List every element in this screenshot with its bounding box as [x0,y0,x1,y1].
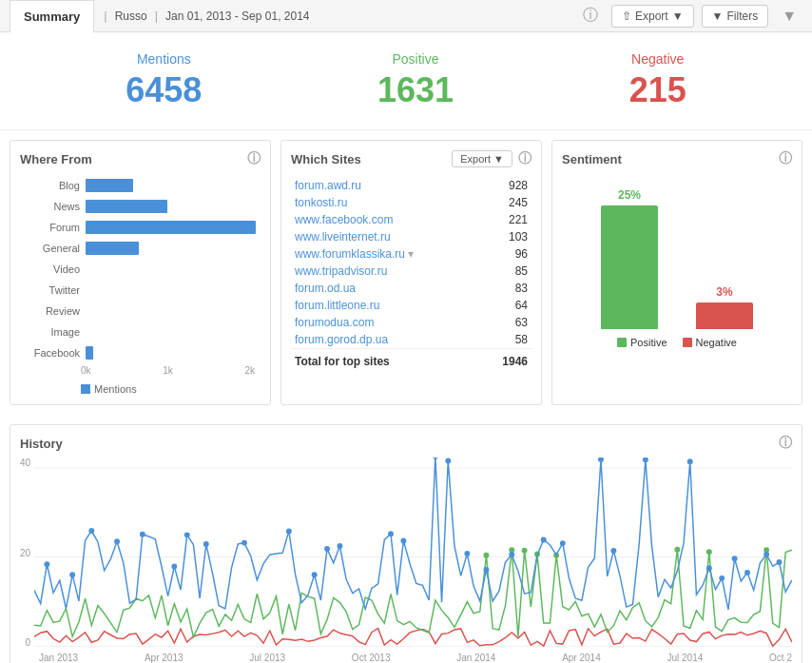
bar-row: Blog [25,177,256,194]
site-count: 96 [482,245,532,263]
svg-point-12 [69,572,75,577]
site-row: www.liveinternet.ru103 [291,228,532,245]
export-icon: ⇧ [622,10,631,23]
history-chart-container [34,458,792,651]
x-axis-label: Oct 2 [769,653,792,663]
positive-label: Positive [377,51,454,67]
site-row: forum.od.ua83 [291,280,532,297]
svg-point-17 [184,532,190,537]
site-link[interactable]: forum.awd.ru [295,179,361,192]
x-axis-label: Jul 2013 [249,653,285,663]
svg-point-23 [338,543,343,549]
x-axis-labels: Jan 2013Apr 2013Jul 2013Oct 2013Jan 2014… [20,653,792,663]
x-axis-label: Jul 2014 [667,653,704,663]
total-value: 1946 [482,349,532,371]
bar-label: Forum [25,222,80,233]
bar-label: Image [25,326,80,338]
history-info-icon[interactable]: ⓘ [779,435,792,452]
bar-row: Forum [25,219,256,236]
bar-row: News [25,198,256,215]
svg-point-13 [88,528,94,534]
history-header: History ⓘ [20,435,792,452]
which-sites-info-icon[interactable]: ⓘ [518,150,532,167]
site-row: tonkosti.ru245 [291,194,532,211]
axis-2k: 2k [244,365,255,376]
which-sites-header: Which Sites Export ▼ ⓘ [291,150,532,167]
summary-tab-label: Summary [24,10,80,24]
site-link[interactable]: www.forumklassika.ru [295,247,405,261]
negative-legend-label: Negative [696,337,737,348]
site-link[interactable]: forum.gorod.dp.ua [295,333,388,346]
export-chevron-icon: ▼ [672,10,684,23]
svg-point-33 [598,458,604,462]
axis-0k: 0k [81,365,91,376]
sentiment-info-icon[interactable]: ⓘ [779,150,792,167]
panels-row: Where From ⓘ BlogNewsForumGeneralVideoTw… [0,129,812,415]
sentiment-legend: Positive Negative [562,337,792,348]
svg-point-41 [764,552,769,557]
svg-point-27 [445,458,451,464]
svg-point-32 [560,540,566,546]
site-count: 58 [482,331,532,349]
svg-point-38 [719,575,725,581]
bar-fill [86,242,139,255]
site-link[interactable]: forumodua.com [295,316,374,329]
site-row: www.facebook.com221 [291,211,532,228]
header-sep-2: | [155,9,158,23]
bar-axis: 0k 1k 2k [81,365,255,376]
site-link[interactable]: forum.od.ua [295,282,356,295]
bar-track [86,221,256,234]
mentions-value: 6458 [126,70,202,110]
site-link[interactable]: forum.littleone.ru [295,299,379,312]
site-row: forum.littleone.ru64 [291,297,532,314]
negative-metric: Negative 215 [629,51,686,110]
bar-label: Twitter [25,284,80,296]
summary-tab[interactable]: Summary [10,0,94,32]
site-row: forum.gorod.dp.ua58 [291,331,532,349]
site-link[interactable]: www.facebook.com [295,213,393,226]
bar-track [86,325,256,339]
site-count: 83 [482,280,532,297]
where-from-header: Where From ⓘ [20,150,261,167]
bar-row: Twitter [25,282,256,299]
svg-point-9 [706,549,712,555]
svg-point-31 [541,537,547,543]
svg-point-8 [675,547,681,553]
positive-bar-wrap: 25% [601,188,658,329]
history-svg [34,458,792,648]
export-button[interactable]: ⇧ Export ▼ [611,5,694,28]
site-link[interactable]: tonkosti.ru [295,196,347,209]
filters-button[interactable]: ▼ Filters [702,5,769,28]
svg-point-40 [744,570,750,575]
positive-legend-item: Positive [617,337,667,348]
sentiment-title: Sentiment [562,152,622,166]
site-count: 103 [482,228,532,245]
site-count: 245 [482,194,532,211]
bar-fill [86,346,93,360]
svg-point-29 [484,567,490,573]
svg-point-24 [388,531,394,536]
more-button[interactable]: ▼ [776,6,802,27]
axis-1k: 1k [163,365,173,376]
svg-point-18 [203,541,209,547]
sites-export-button[interactable]: Export ▼ [452,150,512,167]
site-link[interactable]: www.liveinternet.ru [295,230,391,244]
bar-label: News [25,201,80,212]
svg-point-22 [324,546,330,552]
site-count: 85 [482,263,532,280]
site-link[interactable]: www.tripadvisor.ru [295,264,387,278]
bar-track [86,304,256,318]
negative-legend-item: Negative [683,337,737,348]
bar-fill [86,179,133,192]
svg-point-39 [732,556,738,561]
site-row: www.tripadvisor.ru85 [291,263,532,280]
bar-label: General [25,243,80,254]
where-from-info-icon[interactable]: ⓘ [247,150,261,167]
negative-value: 215 [629,70,686,110]
y-label-20: 20 [20,548,30,558]
svg-point-26 [433,458,438,459]
bar-legend-label: Mentions [94,383,137,395]
site-row: forumodua.com63 [291,314,532,331]
site-more-icon[interactable]: ▾ [405,247,414,261]
info-icon-btn[interactable]: ⓘ [577,4,604,28]
